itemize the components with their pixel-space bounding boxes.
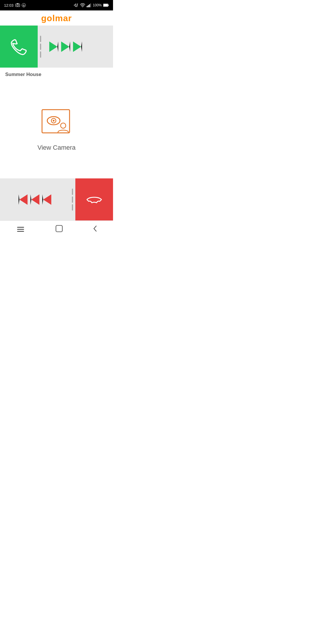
svg-line-5 bbox=[77, 3, 78, 7]
status-right: 100% bbox=[74, 3, 109, 7]
rewind-1-icon[interactable] bbox=[19, 194, 28, 205]
svg-point-1 bbox=[17, 4, 19, 6]
nav-back-icon[interactable] bbox=[91, 225, 99, 234]
speed-controls-bottom[interactable] bbox=[0, 194, 70, 205]
svg-rect-7 bbox=[87, 6, 88, 7]
svg-rect-19 bbox=[56, 225, 62, 232]
svg-point-18 bbox=[61, 123, 66, 128]
end-call-button[interactable] bbox=[75, 178, 113, 220]
time-display: 12:03 bbox=[4, 3, 14, 8]
fast-forward-1-icon[interactable] bbox=[49, 41, 58, 52]
top-action-area bbox=[0, 26, 113, 68]
nav-home-icon[interactable] bbox=[55, 225, 63, 234]
svg-rect-9 bbox=[89, 4, 90, 7]
location-label: Summer House bbox=[0, 68, 113, 80]
signal-icon bbox=[87, 3, 91, 7]
nav-menu-icon[interactable] bbox=[14, 226, 27, 233]
logo-text: golmar bbox=[41, 13, 72, 23]
rewind-2-icon[interactable] bbox=[30, 194, 39, 205]
svg-text:G: G bbox=[23, 4, 25, 7]
drag-grip-top bbox=[38, 36, 43, 58]
status-bar: 12:03 G 100 bbox=[0, 0, 113, 10]
rewind-3-icon[interactable] bbox=[42, 194, 51, 205]
svg-point-17 bbox=[53, 120, 54, 122]
drag-grip-bottom bbox=[70, 189, 75, 211]
svg-rect-12 bbox=[103, 4, 108, 6]
app-logo: golmar bbox=[0, 13, 113, 23]
back-chevron-icon bbox=[91, 225, 99, 232]
grammarly-icon: G bbox=[22, 3, 26, 7]
photo-icon bbox=[15, 3, 20, 7]
nav-bar bbox=[0, 220, 113, 236]
wifi-icon bbox=[80, 3, 85, 7]
accept-call-button[interactable] bbox=[0, 26, 38, 68]
fast-forward-3-icon[interactable] bbox=[73, 41, 82, 52]
main-content: View Camera bbox=[0, 80, 113, 178]
status-left: 12:03 G bbox=[4, 3, 26, 8]
fast-forward-2-icon[interactable] bbox=[61, 41, 70, 52]
battery-icon bbox=[103, 3, 109, 7]
svg-rect-8 bbox=[88, 5, 89, 7]
svg-rect-13 bbox=[108, 5, 109, 6]
home-square-icon bbox=[55, 225, 63, 232]
svg-rect-10 bbox=[90, 3, 91, 7]
bottom-action-area bbox=[0, 178, 113, 220]
phone-accept-icon bbox=[9, 37, 29, 57]
view-camera-label[interactable]: View Camera bbox=[37, 144, 76, 151]
mute-icon bbox=[74, 3, 79, 7]
svg-point-6 bbox=[82, 7, 83, 7]
battery-display: 100% bbox=[93, 3, 102, 7]
app-header: golmar bbox=[0, 10, 113, 26]
phone-end-icon bbox=[84, 192, 104, 207]
speed-controls-top[interactable] bbox=[43, 41, 88, 52]
view-camera-icon[interactable] bbox=[38, 107, 75, 139]
